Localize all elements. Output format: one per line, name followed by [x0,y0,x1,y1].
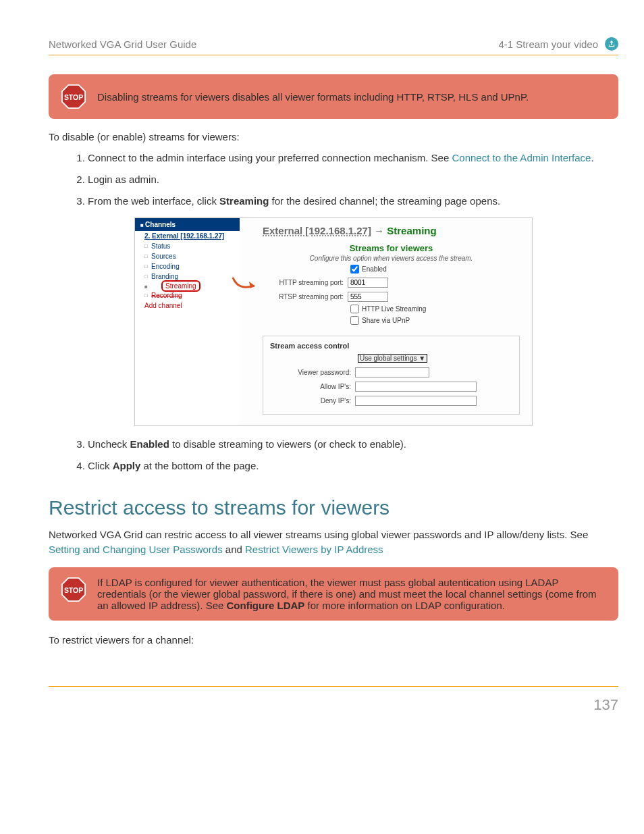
ss-page-title: External [192.168.1.27] → Streaming [263,225,520,236]
ss-item-branding[interactable]: Branding [135,271,240,282]
ss-deny-input[interactable] [355,396,477,406]
restrict-paragraph: Networked VGA Grid can restric access to… [49,527,618,557]
ss-hls-label: HTTP Live Streaming [362,305,426,313]
footer-rule [49,686,618,687]
page-number: 137 [49,696,618,714]
warning-text-1: Disabling streams for viewers disables a… [97,91,529,103]
admin-interface-link[interactable]: Connect to the Admin Interface [452,152,591,163]
warning-text-2: If LDAP is configured for viewer authent… [97,577,606,611]
ss-global-select[interactable]: Use global settings ▼ [358,354,427,363]
stop-icon: STOP [61,84,86,109]
intro-text: To disable (or enable) streams for viewe… [49,131,618,142]
ss-add-channel[interactable]: Add channel [135,301,240,311]
page-header: Networked VGA Grid User Guide 4-1 Stream… [49,37,618,55]
ss-rtsp-label: RTSP streaming port: [263,293,344,301]
passwords-link[interactable]: Setting and Changing User Passwords [49,544,223,555]
ss-http-input[interactable] [348,278,388,288]
ss-enabled-checkbox[interactable] [350,265,359,273]
ss-viewer-pw-label: Viewer password: [270,369,351,376]
ss-viewer-pw-input[interactable] [355,367,429,377]
ss-enabled-label: Enabled [362,265,387,273]
svg-text:STOP: STOP [64,587,83,594]
ss-upnp-checkbox[interactable] [350,316,359,325]
ss-channel-link[interactable]: 2. External [192.168.1.27] [135,231,240,241]
ss-item-encoding[interactable]: Encoding [135,261,240,271]
outro-text: To restrict viewers for a channel: [49,634,618,646]
step-a2: Login as admin. [88,172,618,187]
step-b4: Click Apply at the bottom of the page. [88,459,618,473]
step-a3: From the web interface, click Streaming … [88,194,618,209]
step-b3: Uncheck Enabled to disable streaming to … [88,437,618,452]
ss-upnp-label: Share via UPnP [362,317,410,324]
ss-hls-checkbox[interactable] [350,305,359,313]
steps-list-a: Connect to the admin interface using you… [49,151,618,208]
arrow-icon [232,276,259,295]
ss-allow-label: Allow IP's: [270,383,351,390]
ss-allow-input[interactable] [355,382,477,392]
ss-access-header: Stream access control [270,342,512,350]
stop-icon: STOP [61,577,86,602]
ss-http-label: HTTP streaming port: [263,279,344,286]
ss-channels-header: ■ Channels [135,218,240,231]
embedded-screenshot: ■ Channels 2. External [192.168.1.27] St… [134,217,533,426]
warning-callout-1: STOP Disabling streams for viewers disab… [49,74,618,119]
warning-callout-2: STOP If LDAP is configured for viewer au… [49,567,618,621]
step-a1: Connect to the admin interface using you… [88,151,618,165]
ss-item-sources[interactable]: Sources [135,251,240,261]
header-right: 4-1 Stream your video [498,38,598,50]
share-icon [605,37,618,51]
restrict-ip-link[interactable]: Restrict Viewers by IP Address [245,544,383,555]
steps-list-b: Uncheck Enabled to disable streaming to … [49,437,618,473]
ss-sidebar: ■ Channels 2. External [192.168.1.27] St… [135,218,240,425]
ss-section-header: Streams for viewers [263,243,520,253]
section-heading-restrict: Restrict access to streams for viewers [49,496,618,519]
ss-main-panel: External [192.168.1.27] → Streaming Stre… [240,218,532,425]
ss-item-recording[interactable]: Recording [135,290,240,301]
ss-section-desc: Configure this option when viewers acces… [263,255,520,262]
ss-rtsp-input[interactable] [348,292,388,302]
svg-text:STOP: STOP [64,94,83,101]
ss-deny-label: Deny IP's: [270,397,351,405]
header-left: Networked VGA Grid User Guide [49,38,196,50]
ss-item-status[interactable]: Status [135,241,240,251]
